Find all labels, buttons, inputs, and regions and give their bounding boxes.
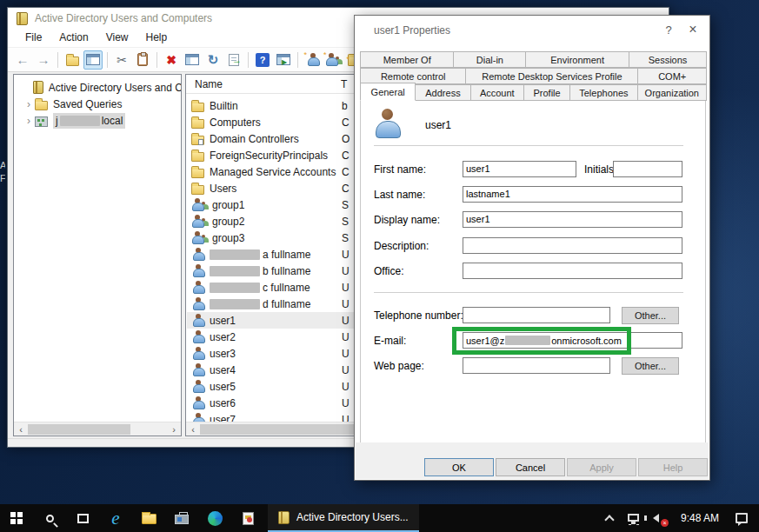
volume-tray-button[interactable]: × [646,504,670,532]
tab-dial-in[interactable]: Dial-in [453,51,526,68]
new-group-button[interactable]: * [323,50,343,70]
event-viewer-button[interactable] [231,504,264,532]
cancel-button[interactable]: Cancel [496,458,565,476]
user-icon [191,330,204,343]
properties-icon [185,54,199,65]
tab-sessions[interactable]: Sessions [629,51,707,68]
windows-logo-icon [10,512,23,524]
expand-chevron-icon[interactable]: › [24,98,33,110]
scroll-left-icon[interactable]: ‹ [186,424,200,435]
telephone-label: Telephone number: [374,309,463,322]
last-name-field[interactable]: lastname1 [463,186,682,203]
apply-button[interactable]: Apply [567,458,636,476]
description-field[interactable] [463,237,682,254]
office-field[interactable] [463,263,682,279]
internet-explorer-button[interactable]: e [99,504,132,532]
scroll-left-icon[interactable]: ‹ [14,424,28,435]
tab-address[interactable]: Address [415,84,470,101]
tree-root-aduc[interactable]: Active Directory Users and Com [14,79,181,96]
up-one-level-button[interactable] [63,50,82,70]
file-explorer-icon [142,514,156,524]
network-tray-button[interactable] [622,504,646,532]
menu-view[interactable]: View [97,30,137,46]
start-button[interactable] [0,504,33,532]
action-center-button[interactable] [729,504,754,532]
toolbar-separator [57,52,58,68]
tree-item-saved-queries[interactable]: › Saved Queries [14,96,181,112]
menu-file[interactable]: File [17,30,50,46]
user-icon [191,380,204,393]
tab-organization[interactable]: Organization [637,84,707,101]
display-name-field[interactable]: user1 [463,211,682,228]
search-button[interactable] [33,504,66,532]
export-list-button[interactable]: → [224,50,243,70]
tab-general[interactable]: General [360,83,416,101]
toolbar-separator [156,52,157,68]
menu-help[interactable]: Help [137,30,176,46]
tab-remote-desktop-services-profile[interactable]: Remote Desktop Services Profile [465,68,638,84]
help-button-dialog[interactable]: Help [638,458,708,476]
chevron-up-icon [604,515,614,524]
expand-chevron-icon[interactable]: › [24,115,33,127]
aduc-task-button[interactable]: Active Directory Users... [268,504,419,532]
back-button[interactable]: ← [13,50,32,70]
back-icon: ← [17,53,30,66]
help-icon: ? [256,53,270,67]
tree-item-domain[interactable]: › j local [14,112,181,129]
menu-action[interactable]: Action [50,30,97,46]
tab-environment[interactable]: Environment [525,51,629,68]
first-name-field[interactable]: user1 [463,161,576,177]
file-explorer-button[interactable] [132,504,165,532]
edge-button[interactable] [198,504,231,532]
tab-account[interactable]: Account [470,84,524,101]
delete-icon: ✖ [166,53,176,67]
tab-member-of[interactable]: Member Of [360,51,454,68]
web-page-other-button[interactable]: Other... [622,357,679,375]
domain-icon [35,116,48,127]
telephone-field[interactable] [463,307,610,323]
email-field[interactable]: user1@z onmicrosoft.com [463,332,682,349]
initials-field[interactable] [613,161,682,177]
telephone-other-button[interactable]: Other... [622,307,679,324]
folder-icon [191,103,204,112]
server-manager-button[interactable] [165,504,198,532]
network-icon [628,514,639,522]
new-user-button[interactable]: * [303,50,322,70]
tab-telephones[interactable]: Telephones [569,84,637,101]
help-button[interactable]: ? [253,50,272,70]
refresh-button[interactable]: ↻ [203,50,223,70]
redaction-block [210,249,260,260]
tab-profile[interactable]: Profile [523,84,570,101]
ok-button[interactable]: OK [424,458,494,476]
folder-up-icon [66,57,79,66]
show-console-tree-button[interactable] [83,50,103,70]
tab-row-3: General Address Account Profile Telephon… [360,84,706,101]
dialog-help-button[interactable]: ? [659,21,678,38]
system-tray: × 9:48 AM [597,504,759,532]
properties-button[interactable] [183,50,202,70]
column-header-type[interactable]: T [341,78,347,90]
scroll-right-icon[interactable]: › [167,424,181,435]
tree-horizontal-scrollbar[interactable]: ‹ › [14,422,181,436]
paste-icon [137,53,148,66]
view-pane-button[interactable]: ▶ [274,50,293,70]
task-view-icon [77,514,89,523]
scrollbar-thumb[interactable] [28,424,130,435]
refresh-icon: ↻ [208,52,219,68]
dialog-titlebar[interactable]: user1 Properties [355,16,709,44]
column-header-name[interactable]: Name [195,78,223,90]
user-icon [191,264,204,277]
task-view-button[interactable] [66,504,99,532]
initials-label: Initials: [584,163,616,176]
paste-button[interactable] [133,50,152,70]
internet-explorer-icon: e [111,509,119,528]
cut-button[interactable]: ✂ [112,50,131,70]
delete-button[interactable]: ✖ [162,50,181,70]
taskbar-clock[interactable]: 9:48 AM [670,512,729,524]
tray-overflow-button[interactable] [597,504,622,532]
dialog-close-button[interactable]: × [683,21,702,38]
tab-row-1: Member Of Dial-in Environment Sessions [360,51,706,68]
forward-button[interactable]: → [34,50,53,70]
web-page-field[interactable] [463,357,610,374]
tab-com-plus[interactable]: COM+ [637,68,707,84]
